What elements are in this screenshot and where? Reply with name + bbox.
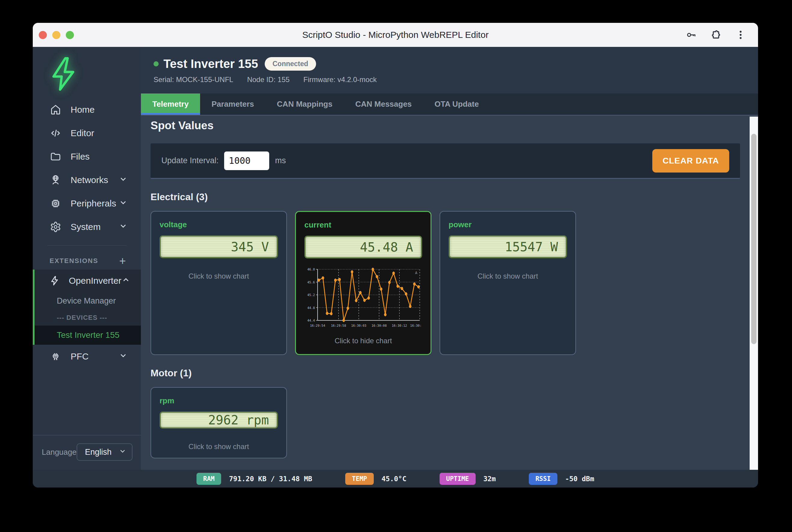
clear-data-button[interactable]: CLEAR DATA — [652, 149, 729, 172]
card-label: current — [304, 220, 422, 230]
update-interval-bar: Update Interval: ms CLEAR DATA — [151, 144, 740, 179]
key-icon[interactable] — [686, 30, 697, 40]
section-title-electrical: Electrical (3) — [151, 191, 740, 203]
sidebar-item-label: Home — [71, 104, 95, 115]
svg-text:44.8: 44.8 — [307, 306, 315, 309]
chevron-up-icon — [121, 275, 130, 286]
lcd-display: 45.48 A — [304, 236, 422, 259]
tab-can-mappings[interactable]: CAN Mappings — [266, 94, 344, 115]
menu-kebab-icon[interactable] — [735, 30, 746, 40]
devices-divider-label: --- DEVICES --- — [35, 310, 141, 325]
tab-can-messages[interactable]: CAN Messages — [344, 94, 423, 115]
card-hint: Click to hide chart — [304, 337, 422, 346]
sidebar-item-label: OpenInverter — [69, 276, 121, 286]
sidebar-item-device-manager[interactable]: Device Manager — [35, 292, 141, 310]
gear-icon — [50, 221, 62, 233]
sidebar: Home Editor Files — [33, 47, 141, 470]
code-icon — [50, 128, 62, 139]
svg-text:44.4: 44.4 — [307, 319, 315, 322]
device-name: Test Inverter 155 — [163, 57, 258, 71]
update-interval-input[interactable] — [224, 151, 269, 170]
card-label: power — [449, 220, 567, 229]
card-hint: Click to show chart — [449, 272, 567, 281]
sidebar-item-label: Peripherals — [71, 198, 116, 209]
folder-icon — [50, 151, 62, 162]
sidebar-item-editor[interactable]: Editor — [33, 121, 141, 145]
temp-value: 45.0°C — [382, 475, 407, 483]
chart-svg: 46.045.645.244.844.416:29:5416:29:5816:3… — [304, 266, 422, 329]
status-uptime: UPTIME 32m — [440, 473, 496, 485]
vertical-scrollbar[interactable] — [750, 117, 758, 470]
spot-values-title: Spot Values — [151, 119, 740, 132]
svg-text:16:29:58: 16:29:58 — [331, 324, 346, 327]
chip-icon — [50, 198, 62, 209]
language-row: Language English — [33, 435, 141, 470]
sidebar-item-label: Editor — [71, 128, 94, 138]
sidebar-item-files[interactable]: Files — [33, 145, 141, 168]
lcd-display: 15547 W — [449, 235, 567, 258]
status-temp: TEMP 45.0°C — [345, 473, 407, 485]
home-icon — [50, 104, 62, 115]
device-header: Test Inverter 155 Connected Serial: MOCK… — [141, 47, 758, 94]
sidebar-item-pfc[interactable]: PFC — [33, 345, 141, 368]
extensions-puzzle-icon[interactable] — [711, 30, 721, 40]
sidebar-item-peripherals[interactable]: Peripherals — [33, 192, 141, 215]
scrollbar-thumb[interactable] — [751, 134, 756, 344]
svg-text:16:29:54: 16:29:54 — [310, 324, 325, 327]
device-serial: Serial: MOCK-155-UNFL — [154, 75, 233, 84]
rssi-value: -50 dBm — [565, 475, 594, 483]
card-rpm[interactable]: rpm 2962 rpm Click to show chart — [151, 387, 287, 458]
add-extension-button[interactable]: + — [119, 255, 127, 267]
chevron-down-icon — [119, 222, 128, 233]
telemetry-content: Spot Values Update Interval: ms CLEAR DA… — [141, 116, 758, 470]
lightning-logo-icon — [49, 55, 80, 93]
device-node-id: Node ID: 155 — [247, 75, 289, 84]
svg-text:16:30:: 16:30: — [410, 324, 422, 327]
temp-badge: TEMP — [345, 473, 374, 485]
chevron-down-icon — [119, 175, 128, 186]
svg-text:46.0: 46.0 — [307, 267, 315, 271]
sidebar-item-test-inverter-155[interactable]: Test Inverter 155 — [35, 325, 141, 345]
extensions-header: EXTENSIONS + — [33, 252, 141, 270]
svg-text:16:30:12: 16:30:12 — [392, 324, 407, 327]
card-current[interactable]: current 45.48 A 46.045.645.244.844.416:2… — [295, 211, 431, 355]
uptime-value: 32m — [483, 475, 496, 483]
card-label: rpm — [159, 396, 278, 405]
tabbar: Telemetry Parameters CAN Mappings CAN Me… — [141, 94, 758, 116]
main-panel: Test Inverter 155 Connected Serial: MOCK… — [141, 47, 758, 470]
sidebar-item-openinverter[interactable]: OpenInverter — [35, 270, 141, 292]
section-title-motor: Motor (1) — [151, 367, 740, 379]
lcd-display: 345 V — [159, 235, 278, 258]
app-logo — [33, 47, 141, 98]
ram-badge: RAM — [196, 473, 221, 485]
language-value: English — [85, 448, 112, 457]
tab-telemetry[interactable]: Telemetry — [141, 94, 200, 115]
sidebar-item-label: PFC — [71, 352, 89, 362]
card-power[interactable]: power 15547 W Click to show chart — [440, 211, 576, 355]
sidebar-item-networks[interactable]: Networks — [33, 168, 141, 192]
bolt-icon — [50, 276, 60, 286]
extensions-header-label: EXTENSIONS — [50, 257, 98, 265]
language-select[interactable]: English — [77, 443, 133, 461]
sidebar-item-system[interactable]: System — [33, 215, 141, 239]
tab-ota-update[interactable]: OTA Update — [423, 94, 490, 115]
robot-icon — [50, 351, 62, 362]
update-interval-label: Update Interval: — [161, 156, 219, 165]
chevron-down-icon — [119, 447, 127, 457]
sidebar-item-label: System — [71, 222, 101, 232]
statusbar: RAM 791.20 KB / 31.48 MB TEMP 45.0°C UPT… — [33, 470, 758, 488]
openinverter-section: OpenInverter Device Manager --- DEVICES … — [33, 270, 141, 345]
svg-text:45.6: 45.6 — [307, 281, 315, 284]
connection-badge: Connected — [265, 57, 316, 71]
svg-text:A: A — [415, 270, 417, 275]
svg-text:16:30:08: 16:30:08 — [371, 324, 387, 327]
card-voltage[interactable]: voltage 345 V Click to show chart — [151, 211, 287, 355]
chevron-down-icon — [119, 198, 128, 209]
svg-text:45.2: 45.2 — [307, 293, 315, 297]
window-title: ScriptO Studio - MicroPython WebREPL Edi… — [33, 30, 758, 40]
sidebar-divider — [47, 245, 127, 246]
lcd-display: 2962 rpm — [159, 412, 278, 429]
tab-parameters[interactable]: Parameters — [200, 94, 266, 115]
sidebar-item-home[interactable]: Home — [33, 98, 141, 121]
card-label: voltage — [159, 220, 278, 229]
